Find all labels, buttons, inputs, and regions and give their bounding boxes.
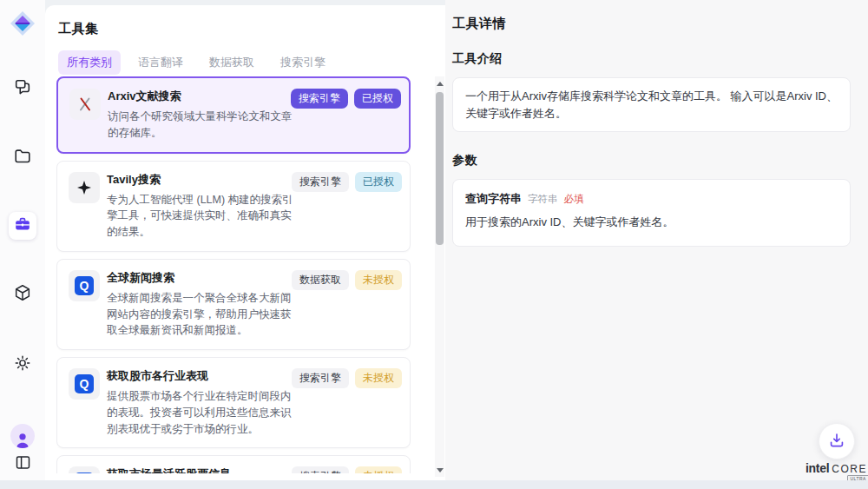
tool-card-list: Q Arxiv文献搜索 访问各个研究领域大量科学论文和文章的存储库。 搜索引擎 … [56,76,411,473]
sidebar-panel-toggle[interactable] [9,450,36,478]
category-badge: 搜索引擎 [292,466,349,473]
auth-status-badge: 未授权 [355,368,402,388]
intro-text: 一个用于从Arxiv存储库搜索科学论文和文章的工具。 输入可以是Arxiv ID… [452,77,851,132]
tool-badges: 搜索引擎 未授权 [292,466,402,473]
params-heading: 参数 [452,153,851,169]
intel-core-logo: intel coreultra [806,461,861,475]
intel-wordmark: intel [806,461,829,475]
list-scrollbar[interactable] [435,76,444,477]
tool-card[interactable]: Q 获取股市各行业表现 提供股票市场各个行业在特定时间段内的表现。投资者可以利用… [56,357,411,448]
tool-name: Tavily搜索 [107,172,299,188]
tool-card-body: 获取股市各行业表现 提供股票市场各个行业在特定时间段内的表现。投资者可以利用这些… [107,368,299,437]
tool-badges: 搜索引擎 未授权 [292,368,402,388]
tool-card-body: 全球新闻搜索 全球新闻搜索是一个聚合全球各大新闻网站内容的搜索引擎，帮助用户快速… [107,270,299,339]
left-sidebar [0,0,45,480]
tool-list-panel: 工具集 所有类别语言翻译数据获取搜索引擎 Q Arxiv文献搜索 访问各个研究领… [45,5,445,480]
sidebar-item-chat[interactable] [9,75,36,102]
detail-title: 工具详情 [452,16,851,32]
category-badge: 数据获取 [292,270,349,290]
sidebar-item-files[interactable] [9,144,36,172]
tool-card[interactable]: Q Arxiv文献搜索 访问各个研究领域大量科学论文和文章的存储库。 搜索引擎 … [56,76,411,154]
tool-icon: Q [69,368,100,400]
tool-description: 专为人工智能代理 (LLM) 构建的搜索引擎工具，可快速提供实时、准确和真实的结… [107,192,299,241]
download-button[interactable] [819,423,855,459]
param-description: 用于搜索的Arxiv ID、关键字或作者姓名。 [465,215,838,230]
param-name: 查询字符串 [465,191,522,207]
auth-status-badge: 已授权 [354,89,401,109]
sidebar-item-settings[interactable] [9,351,36,379]
sidebar-item-models[interactable] [9,281,36,308]
toolbox-icon [13,215,32,237]
category-tab[interactable]: 数据获取 [201,50,263,75]
param-meta: 查询字符串 字符串 必填 [465,191,838,207]
tool-badges: 搜索引擎 已授权 [292,172,402,192]
category-badge: 搜索引擎 [292,172,349,192]
tool-name: 获取股市各行业表现 [107,368,299,384]
auth-status-badge: 已授权 [355,172,402,192]
scroll-up-icon[interactable] [435,78,444,89]
category-tab[interactable]: 语言翻译 [129,50,192,75]
gear-icon [13,354,32,376]
tool-icon: Q [69,466,100,473]
sidebar-user-avatar[interactable] [9,422,36,450]
app-logo-icon [10,10,36,36]
tool-card-body: 获取市场最活跃股票信息 提供当天交易量最高的股票列表，投资者可以利用这些信息来识… [107,466,299,473]
auth-status-badge: 未授权 [355,466,402,473]
tool-badges: 搜索引擎 已授权 [291,89,401,109]
tool-card[interactable]: Q 获取市场最活跃股票信息 提供当天交易量最高的股票列表，投资者可以利用这些信息… [56,455,411,473]
tool-icon: Q [69,172,100,203]
window-bottom-edge [0,480,868,489]
tool-detail-panel: 工具详情 工具介绍 一个用于从Arxiv存储库搜索科学论文和文章的工具。 输入可… [445,0,868,480]
tool-icon: Q [69,89,101,120]
cube-icon [13,283,32,306]
auth-status-badge: 未授权 [355,270,402,290]
scroll-down-icon[interactable] [435,465,444,475]
tool-name: 获取市场最活跃股票信息 [107,466,299,473]
sidebar-item-tools[interactable] [9,212,36,240]
tool-name: Arxiv文献搜索 [108,89,298,104]
category-badge: 搜索引擎 [291,89,348,109]
tool-icon: Q [69,270,100,301]
page-title: 工具集 [58,21,99,37]
category-tab[interactable]: 搜索引擎 [272,50,334,75]
tool-description: 全球新闻搜索是一个聚合全球各大新闻网站内容的搜索引擎，帮助用户快速获取全球最新资… [107,290,299,339]
tool-card[interactable]: Q 全球新闻搜索 全球新闻搜索是一个聚合全球各大新闻网站内容的搜索引擎，帮助用户… [56,259,411,350]
param-type: 字符串 [528,193,558,206]
category-tabs: 所有类别语言翻译数据获取搜索引擎 [58,50,334,75]
tool-card-body: Tavily搜索 专为人工智能代理 (LLM) 构建的搜索引擎工具，可快速提供实… [107,172,299,241]
folder-icon [13,147,32,169]
panel-toggle-icon [14,453,32,475]
tool-description: 提供股票市场各个行业在特定时间段内的表现。投资者可以利用这些信息来识别表现优于或… [107,388,299,437]
param-card: 查询字符串 字符串 必填 用于搜索的Arxiv ID、关键字或作者姓名。 [452,179,851,247]
tool-description: 访问各个研究领域大量科学论文和文章的存储库。 [108,109,298,142]
core-wordmark: coreultra [832,463,867,475]
chat-icon [13,77,32,100]
scrollbar-thumb[interactable] [436,92,444,245]
tool-card-body: Arxiv文献搜索 访问各个研究领域大量科学论文和文章的存储库。 [108,89,298,142]
tool-name: 全球新闻搜索 [107,270,299,286]
tool-badges: 数据获取 未授权 [292,270,402,290]
category-badge: 搜索引擎 [292,368,349,388]
download-icon [827,431,846,453]
tool-card[interactable]: Q Tavily搜索 专为人工智能代理 (LLM) 构建的搜索引擎工具，可快速提… [56,161,411,252]
user-avatar [10,424,35,448]
param-required-badge: 必填 [564,193,584,206]
intro-heading: 工具介绍 [452,51,851,67]
category-tab[interactable]: 所有类别 [58,50,121,75]
